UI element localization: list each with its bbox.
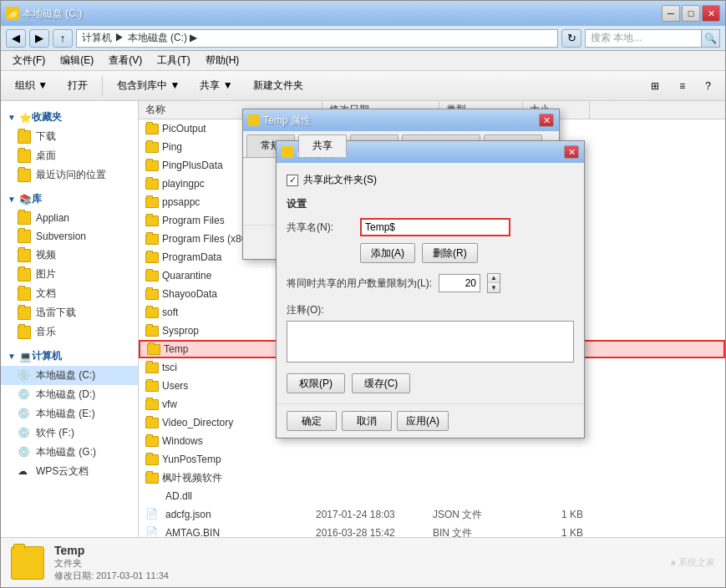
notes-input[interactable] bbox=[287, 321, 574, 362]
menu-tools[interactable]: 工具(T) bbox=[150, 52, 196, 69]
advanced-cancel-button[interactable]: 取消 bbox=[342, 411, 392, 431]
tab-sharing[interactable]: 共享 bbox=[298, 134, 347, 157]
folder-icon bbox=[18, 249, 31, 262]
permissions-button[interactable]: 权限(P) bbox=[287, 373, 345, 393]
sidebar-section-libraries: ▼📚 库 Applian Subversion 视频 图片 bbox=[1, 190, 138, 342]
folder-icon bbox=[145, 307, 159, 318]
folder-icon bbox=[18, 268, 31, 281]
include-library-button[interactable]: 包含到库中 ▼ bbox=[108, 74, 189, 98]
sidebar-section-computer: ▼💻 计算机 💿 本地磁盘 (C:) 💿 本地磁盘 (D:) 💿 本地磁盘 (E… bbox=[1, 347, 138, 481]
sidebar-item-thunder[interactable]: 迅雷下载 bbox=[1, 303, 138, 322]
share-name-buttons: 添加(A) 删除(R) bbox=[360, 243, 574, 263]
share-name-input[interactable] bbox=[360, 218, 510, 236]
sidebar-header-libraries[interactable]: ▼📚 库 bbox=[1, 190, 138, 209]
back-button[interactable]: ◀ bbox=[6, 29, 26, 48]
menu-view[interactable]: 查看(V) bbox=[102, 52, 149, 69]
folder-icon bbox=[145, 436, 159, 447]
organize-button[interactable]: 组织 ▼ bbox=[6, 74, 57, 98]
dialog-advanced-footer: 确定 取消 应用(A) bbox=[277, 403, 584, 438]
help-button[interactable]: ? bbox=[696, 74, 720, 98]
sidebar-item-pictures[interactable]: 图片 bbox=[1, 265, 138, 284]
sidebar-item-music[interactable]: 音乐 bbox=[1, 322, 138, 342]
sidebar-item-video[interactable]: 视频 bbox=[1, 246, 138, 265]
status-file-name: Temp bbox=[54, 544, 661, 557]
status-file-type: 文件夹 bbox=[54, 557, 661, 570]
sidebar-header-favorites[interactable]: ▼⭐ 收藏夹 bbox=[1, 108, 138, 127]
add-share-name-button[interactable]: 添加(A) bbox=[360, 243, 415, 263]
share-checkbox[interactable]: ✓ bbox=[287, 175, 298, 186]
details-view-button[interactable]: ≡ bbox=[670, 74, 694, 98]
advanced-apply-button[interactable]: 应用(A) bbox=[397, 411, 449, 431]
address-input[interactable]: 计算机 ▶ 本地磁盘 (C:) ▶ bbox=[76, 29, 558, 48]
sidebar-header-computer[interactable]: ▼💻 计算机 bbox=[1, 347, 138, 366]
menu-help[interactable]: 帮助(H) bbox=[199, 52, 246, 69]
folder-icon bbox=[145, 473, 159, 484]
window-title: 本地磁盘 (C:) bbox=[23, 7, 662, 21]
file-item-adcfg-json[interactable]: 📄adcfg.json 2017-01-24 18:03 JSON 文件 1 K… bbox=[139, 505, 725, 524]
file-item-amtag-bin[interactable]: 📄AMTAG.BIN 2016-03-28 15:42 BIN 文件 1 KB bbox=[139, 524, 725, 537]
user-limit-spinner: ▲ ▼ bbox=[487, 273, 500, 293]
minimize-button[interactable]: ─ bbox=[662, 5, 680, 22]
folder-icon bbox=[18, 307, 31, 320]
dialog-advanced-close-button[interactable]: ✕ bbox=[564, 145, 579, 159]
menu-edit[interactable]: 编辑(E) bbox=[53, 52, 100, 69]
sidebar-section-favorites: ▼⭐ 收藏夹 下载 桌面 最近访问的位置 bbox=[1, 108, 138, 185]
sidebar-item-wps[interactable]: ☁ WPS云文档 bbox=[1, 462, 138, 481]
advanced-ok-button[interactable]: 确定 bbox=[287, 411, 337, 431]
up-button[interactable]: ↑ bbox=[53, 29, 73, 48]
folder-icon bbox=[18, 230, 31, 243]
sidebar-item-downloads[interactable]: 下载 bbox=[1, 127, 138, 146]
share-button[interactable]: 共享 ▼ bbox=[190, 74, 241, 98]
sidebar-item-drive-g[interactable]: 💿 本地磁盘 (G:) bbox=[1, 443, 138, 462]
folder-icon bbox=[145, 326, 159, 337]
sidebar-item-subversion[interactable]: Subversion bbox=[1, 227, 138, 246]
title-bar: 📁 本地磁盘 (C:) ─ □ ✕ bbox=[1, 1, 725, 26]
user-limit-label: 将同时共享的用户数量限制为(L): bbox=[287, 276, 432, 291]
folder-icon bbox=[18, 130, 31, 144]
share-checkbox-row: ✓ 共享此文件夹(S) bbox=[287, 173, 574, 187]
search-placeholder: 搜索 本地... bbox=[591, 31, 642, 45]
spinner-up-button[interactable]: ▲ bbox=[488, 274, 500, 283]
refresh-button[interactable]: ↻ bbox=[561, 29, 581, 48]
sidebar-item-desktop[interactable]: 桌面 bbox=[1, 146, 138, 165]
address-bar: ◀ ▶ ↑ 计算机 ▶ 本地磁盘 (C:) ▶ ↻ 搜索 本地... 🔍 bbox=[1, 26, 725, 51]
change-view-button[interactable]: ⊞ bbox=[642, 74, 668, 98]
window-controls: ─ □ ✕ bbox=[662, 5, 720, 22]
forward-button[interactable]: ▶ bbox=[29, 29, 49, 48]
dialog-advanced-sharing: 高级共享 ✕ ✓ 共享此文件夹(S) 设置 共享名(N): 添加(A) 删除(R… bbox=[276, 140, 585, 438]
sidebar-item-drive-c[interactable]: 💿 本地磁盘 (C:) bbox=[1, 366, 138, 385]
folder-icon bbox=[18, 287, 31, 301]
restore-button[interactable]: □ bbox=[682, 5, 700, 22]
folder-icon bbox=[18, 150, 31, 163]
file-item-ad-dll[interactable]: AD.dll bbox=[139, 487, 725, 505]
sidebar-item-drive-f[interactable]: 💿 软件 (F:) bbox=[1, 423, 138, 443]
menu-file[interactable]: 文件(F) bbox=[6, 52, 52, 69]
dialog-temp-title-bar: Temp 属性 ✕ bbox=[243, 109, 559, 131]
sidebar-item-documents[interactable]: 文档 bbox=[1, 284, 138, 303]
sidebar-item-drive-d[interactable]: 💿 本地磁盘 (D:) bbox=[1, 385, 138, 404]
dialog-advanced-icon bbox=[282, 146, 293, 158]
cache-button[interactable]: 缓存(C) bbox=[352, 373, 410, 393]
status-file-detail: 修改日期: 2017-03-01 11:34 bbox=[54, 570, 661, 582]
remove-share-name-button[interactable]: 删除(R) bbox=[422, 243, 478, 263]
search-input[interactable]: 搜索 本地... bbox=[585, 29, 702, 48]
status-file-icon bbox=[11, 546, 44, 580]
file-item-yunpostemp[interactable]: YunPosTemp bbox=[139, 450, 725, 469]
sidebar-item-recent[interactable]: 最近访问的位置 bbox=[1, 165, 138, 185]
folder-icon bbox=[145, 234, 159, 245]
folder-icon bbox=[145, 418, 159, 428]
user-limit-input[interactable] bbox=[439, 274, 480, 292]
search-button[interactable]: 🔍 bbox=[702, 29, 720, 48]
drive-icon: 💿 bbox=[18, 388, 31, 402]
spinner-down-button[interactable]: ▼ bbox=[488, 283, 500, 292]
sidebar-item-drive-e[interactable]: 💿 本地磁盘 (E:) bbox=[1, 404, 138, 423]
watermark: ♠ 系统之家 bbox=[671, 556, 715, 569]
file-item-fengyesoftware[interactable]: 枫叶视频软件 bbox=[139, 469, 725, 487]
new-folder-button[interactable]: 新建文件夹 bbox=[244, 74, 312, 98]
menu-bar: 文件(F) 编辑(E) 查看(V) 工具(T) 帮助(H) bbox=[1, 51, 725, 71]
open-button[interactable]: 打开 bbox=[58, 74, 97, 98]
folder-icon bbox=[18, 326, 31, 339]
sidebar-item-applian[interactable]: Applian bbox=[1, 209, 138, 227]
dialog-temp-close-button[interactable]: ✕ bbox=[539, 114, 554, 127]
close-button[interactable]: ✕ bbox=[702, 5, 720, 22]
